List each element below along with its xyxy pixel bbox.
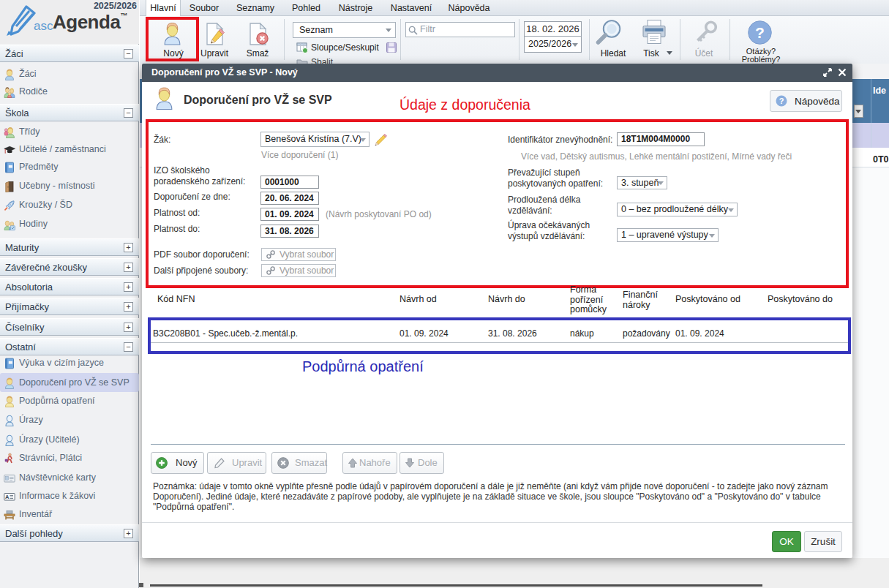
svg-text:?: ?	[779, 97, 784, 105]
svg-text:?: ?	[755, 24, 765, 41]
svg-text:A: A	[5, 494, 10, 500]
